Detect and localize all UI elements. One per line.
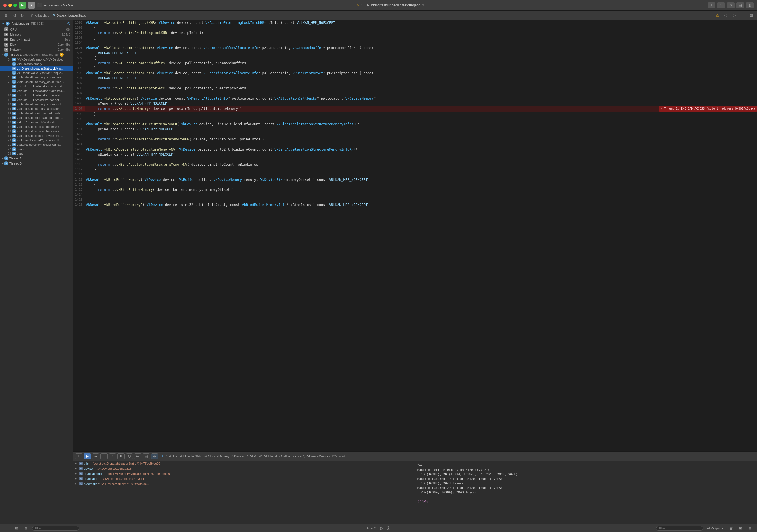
- frame-3[interactable]: 3 ■ vkAllocateMemory: [0, 62, 73, 66]
- expand-icon[interactable]: ▸: [75, 462, 79, 465]
- preview-icon[interactable]: ◎: [378, 525, 385, 532]
- sidebar-memory-row[interactable]: ■ Memory 9.3 MB: [0, 32, 73, 37]
- frame-19[interactable]: 19 ■ vuda::detail::logical_device::mal..…: [0, 133, 73, 138]
- pause-button[interactable]: ⏸: [117, 453, 125, 460]
- thread-2-item[interactable]: ▸ ● Thread 2: [0, 156, 73, 161]
- frame-13[interactable]: 13 ■ vuda::detail::memory_allocator::...: [0, 106, 73, 111]
- var-value-3: (const VkMemoryAllocateInfo *) 0x7ffeefb…: [106, 472, 412, 475]
- process-header: ▾ ● fastdungeon PID 8013 ⊙: [0, 20, 73, 27]
- grid-output-icon[interactable]: ⊟: [746, 525, 754, 532]
- breadcrumb-file[interactable]: vulkan.hpp: [34, 14, 49, 17]
- frame-14-label: vuda::detail::host_cached_node...: [17, 112, 63, 115]
- step-over-button[interactable]: ⇥: [92, 453, 99, 460]
- frame-17-label: vuda::detail::internal_buffers<v...: [17, 125, 61, 128]
- add-tab-button[interactable]: +: [708, 2, 715, 9]
- frame-16-num: 16: [8, 121, 12, 124]
- continue-button[interactable]: ▶: [84, 453, 91, 460]
- frame-14[interactable]: 14 ■ vuda::detail::host_cached_node...: [0, 111, 73, 116]
- frame-6[interactable]: 6 ■ vuda::detail::memory_chunk::me...: [0, 75, 73, 80]
- frame-21[interactable]: 21 ■ cudaMalloc(void**, unsigned lo...: [0, 142, 73, 147]
- run-button[interactable]: ▶: [19, 2, 26, 9]
- sidebar-cpu-row[interactable]: ■ CPU 0%: [0, 27, 73, 32]
- var-pallocateinfo[interactable]: ▸ A pAllocateInfo = (const VkMemoryAlloc…: [73, 471, 415, 476]
- code-line-1410: 1410 VkResult vkBindAccelerationStructur…: [73, 122, 757, 127]
- frame-23-icon: ■: [12, 152, 16, 155]
- hide-panel-button[interactable]: ⬇: [75, 453, 82, 460]
- close-button[interactable]: [3, 4, 7, 7]
- sidebar-disk-row[interactable]: ■ Disk Zero KB/s: [0, 42, 73, 47]
- search-filter-input[interactable]: [32, 526, 79, 531]
- cpu-icon: ■: [5, 27, 9, 31]
- frame-23[interactable]: 23 ■ start: [0, 151, 73, 156]
- step-out-button[interactable]: ↑: [109, 453, 116, 460]
- navigator-toggle[interactable]: ⊞: [2, 12, 10, 19]
- var-device[interactable]: ▸ A device = (VkDevice) 0x10282d218: [73, 466, 415, 471]
- code-editor[interactable]: 1390 VkResult vkAcquireProfilingLockKHR(…: [73, 20, 757, 451]
- output-selector[interactable]: All Output ▾: [705, 525, 725, 531]
- expand-icon-3[interactable]: ▸: [75, 472, 79, 475]
- thread-1-item[interactable]: ▾ ● Thread 1 Queue: com...read (serial) …: [0, 52, 73, 57]
- layout-button[interactable]: ▤: [736, 2, 744, 9]
- code-line-1399: 1399 }: [73, 66, 757, 70]
- layout2-button[interactable]: ▥: [746, 2, 754, 9]
- code-line-1420: 1420: [73, 172, 757, 177]
- frame-5[interactable]: 5 ■ vk::ResultValueType<vk::Unique...: [0, 70, 73, 75]
- frame-8[interactable]: 8 ■ void std::__1::allocator<vuda::det..…: [0, 84, 73, 89]
- frame-0[interactable]: 0 ■ MVKDeviceMemory::MVKDevice...: [0, 57, 73, 62]
- stop-button[interactable]: ■: [28, 2, 35, 9]
- variables-button[interactable]: ⊙: [151, 453, 158, 460]
- forward-arrow[interactable]: ▷: [19, 12, 26, 19]
- grid-view-icon[interactable]: ⊞: [747, 12, 755, 19]
- disk-value: Zero KB/s: [58, 43, 71, 46]
- expand-icon-5[interactable]: ▸: [75, 482, 79, 486]
- warning-icon[interactable]: ⚠: [714, 12, 721, 19]
- breakpoint-button[interactable]: ⬡: [126, 453, 133, 460]
- var-type-badge-4: A: [79, 477, 83, 480]
- frame-12[interactable]: 12 ■ vuda::detail::memory_chunk& st...: [0, 102, 73, 106]
- toggle-navigator-status[interactable]: ☰: [3, 525, 11, 532]
- inspector-icon[interactable]: ⊞: [13, 525, 20, 532]
- sidebar-network-row[interactable]: ■ Network Zero KB/s: [0, 47, 73, 52]
- frame-14-num: 14: [8, 112, 12, 115]
- split-output-icon[interactable]: ⊞: [737, 525, 744, 532]
- split-view-button[interactable]: ⧉: [727, 2, 735, 9]
- thread-3-icon: ●: [4, 161, 8, 165]
- simulate-button[interactable]: ⌲: [134, 453, 141, 460]
- frame-4-label: vk::DispatchLoaderStatic::vkAllo...: [17, 67, 63, 70]
- viewmem-button[interactable]: ▤: [142, 453, 150, 460]
- output-filter-input[interactable]: [656, 526, 703, 531]
- chevron-right-icon[interactable]: ▷: [731, 12, 738, 19]
- frame-9[interactable]: 9 ■ void std::__1::allocator_traits<std.…: [0, 89, 73, 93]
- expand-icon-2[interactable]: ▸: [75, 467, 79, 470]
- sidebar-energy-row[interactable]: ■ Energy Impact Zero: [0, 37, 73, 42]
- frame-20[interactable]: 20 ■ vuda::malloc(void**, unsigned l...: [0, 138, 73, 142]
- expand-icon-4[interactable]: ▸: [75, 477, 79, 480]
- frame-17[interactable]: 17 ■ vuda::detail::internal_buffers<v...: [0, 125, 73, 129]
- navigate-back-button[interactable]: ⇦: [717, 2, 725, 9]
- frame-16[interactable]: 16 ■ std::__1::unique_if<vuda::deta...: [0, 120, 73, 125]
- var-this[interactable]: ▸ A this = (const vk::DispatchLoaderStat…: [73, 461, 415, 466]
- step-into-button[interactable]: ↓: [101, 453, 108, 460]
- minimize-button[interactable]: [9, 4, 12, 7]
- chevron-left-icon[interactable]: ◁: [722, 12, 730, 19]
- var-pallocator[interactable]: ▸ A pAllocator = (VkAllocationCallbacks …: [73, 476, 415, 481]
- code-line-1402: 1402 {: [73, 81, 757, 86]
- delete-output-icon[interactable]: 🗑: [727, 525, 735, 532]
- fullscreen-button[interactable]: [14, 4, 17, 7]
- frame-4[interactable]: 4 ■ vk::DispatchLoaderStatic::vkAllo...: [0, 66, 73, 70]
- thread-3-item[interactable]: ▸ ● Thread 3: [0, 161, 73, 166]
- frame-22[interactable]: 22 ■ main: [0, 147, 73, 151]
- frame-9-num: 9: [8, 89, 12, 93]
- auto-button[interactable]: Auto ▾: [365, 525, 378, 531]
- info-icon[interactable]: ⓘ: [385, 525, 392, 532]
- frame-10[interactable]: 10 ■ void std::__1::allocator_traits<st.…: [0, 93, 73, 98]
- frame-11[interactable]: 11 ■ void std::__1::vector<vuda::det...: [0, 98, 73, 102]
- properties-icon[interactable]: ⊟: [22, 525, 30, 532]
- frame-15[interactable]: 15 ■ vuda::detail::host_cached_node...: [0, 116, 73, 120]
- list-view-icon[interactable]: ≡: [739, 12, 746, 19]
- var-pmemory[interactable]: ▸ A pMemory = (VkDeviceMemory *) 0x7ffee…: [73, 481, 415, 486]
- frame-7[interactable]: 7 ■ vuda::detail::memory_chunk::me...: [0, 80, 73, 84]
- breadcrumb-class[interactable]: DispatchLoaderStatic: [56, 14, 86, 17]
- frame-18[interactable]: 18 ■ vuda::detail::internal_buffers<v...: [0, 129, 73, 133]
- back-arrow[interactable]: ◁: [11, 12, 18, 19]
